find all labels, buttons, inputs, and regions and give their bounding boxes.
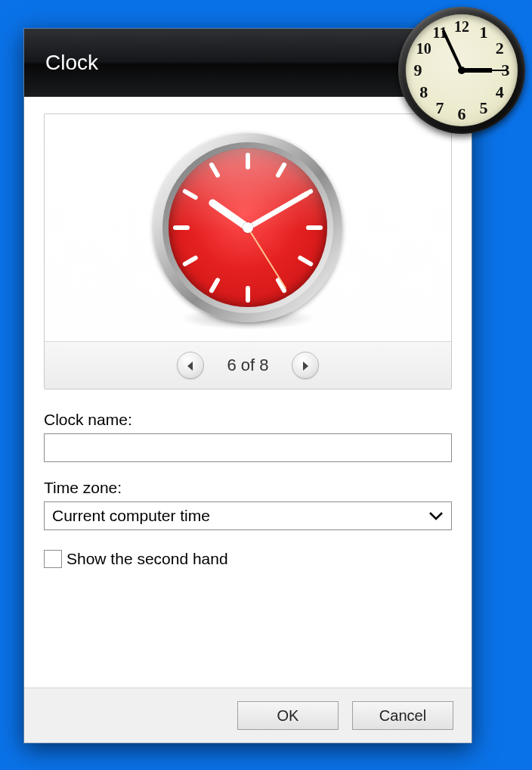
gadget-numeral: 10: [416, 40, 431, 57]
gadget-numeral: 8: [419, 82, 428, 102]
chevron-left-icon: [187, 356, 194, 375]
timezone-select[interactable]: Current computer time: [44, 501, 452, 530]
gadget-numeral: 1: [480, 23, 488, 42]
next-style-button[interactable]: [292, 352, 319, 379]
second-hand-label: Show the second hand: [66, 550, 228, 568]
second-hand-row: Show the second hand: [44, 550, 452, 568]
clock-preview-canvas: [45, 114, 451, 341]
clock-preview: [153, 133, 342, 322]
preview-tick: [306, 225, 323, 230]
preview-tick: [173, 225, 190, 230]
preview-hub: [243, 222, 253, 233]
cancel-button[interactable]: Cancel: [352, 701, 453, 730]
gadget-numeral: 7: [436, 98, 444, 118]
gadget-numeral: 4: [496, 82, 504, 102]
second-hand-checkbox[interactable]: [44, 550, 62, 568]
clock-name-input[interactable]: [44, 433, 452, 462]
chevron-right-icon: [302, 356, 309, 375]
gadget-numeral: 5: [480, 98, 488, 118]
gadget-numeral: 6: [458, 104, 466, 124]
dialog-title: Clock: [45, 51, 98, 75]
chevron-down-icon: [428, 507, 444, 525]
clock-name-label: Clock name:: [44, 411, 452, 429]
gadget-hub: [458, 67, 466, 74]
gadget-numeral: 2: [496, 39, 504, 58]
timezone-label: Time zone:: [44, 479, 452, 497]
ok-button[interactable]: OK: [237, 701, 339, 730]
prev-style-button[interactable]: [177, 352, 204, 379]
clock-preview-panel: 6 of 8: [44, 113, 452, 390]
dialog-client-area: 6 of 8 Clock name: Time zone: Current co…: [24, 97, 472, 688]
form-area: Clock name: Time zone: Current computer …: [44, 411, 452, 568]
preview-pager: 6 of 8: [45, 341, 451, 389]
timezone-value: Current computer time: [52, 507, 428, 525]
gadget-numeral: 12: [454, 18, 469, 36]
preview-tick: [246, 286, 250, 303]
gadget-numeral: 9: [414, 61, 422, 80]
gadget-second-hand: [462, 70, 507, 71]
preview-tick: [246, 153, 250, 169]
desktop-clock-gadget[interactable]: 123456789101112: [398, 7, 525, 134]
button-bar: OK Cancel: [24, 688, 472, 743]
clock-settings-dialog: Clock 6 of: [23, 28, 472, 744]
pager-label: 6 of 8: [227, 356, 268, 375]
